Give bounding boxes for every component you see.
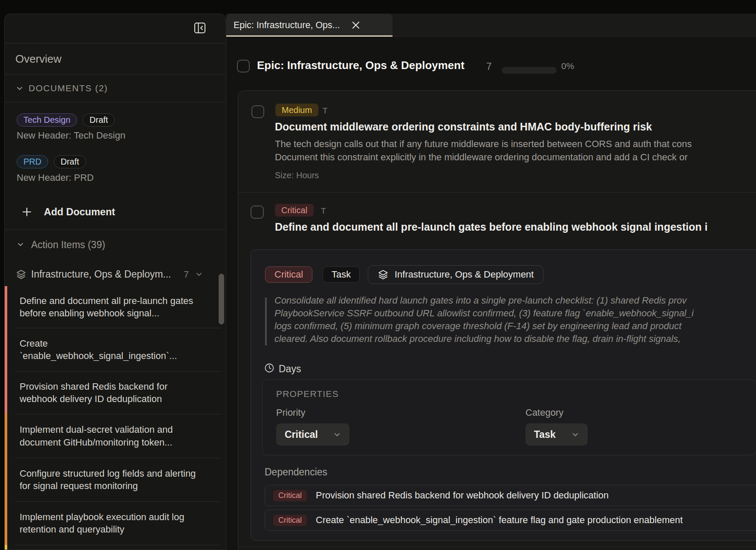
epic-title: Epic: Infrastructure, Ops & Deployment — [257, 59, 487, 72]
dependency-row[interactable]: Critical Create `enable_webhook_signal_i… — [265, 509, 756, 531]
task2-checkbox[interactable] — [251, 206, 264, 219]
chevron-down-icon — [17, 242, 24, 247]
category-dropdown-value: Task — [534, 429, 556, 440]
task2-priority-badge: Critical — [275, 204, 314, 217]
plus-icon — [22, 207, 32, 217]
detail-quote-line2: PlaybookService SSRF outbound URL allowl… — [274, 308, 756, 319]
action-items-group-row[interactable]: Infrastructure, Ops & Deploym... 7 — [5, 264, 226, 286]
document-status-badge: Draft — [83, 113, 115, 127]
priority-dropdown[interactable]: Critical — [276, 423, 349, 446]
divider — [5, 74, 226, 75]
dependency-text: Create `enable_webhook_signal_ingestion`… — [316, 515, 683, 526]
tab-epic[interactable]: Epic: Infrastructure, Ops... — [226, 14, 392, 37]
chevron-down-icon — [16, 86, 23, 91]
dependency-row[interactable]: Critical Provision shared Redis backend … — [265, 485, 756, 506]
add-document-label: Add Document — [44, 206, 115, 218]
sidebar-panel: Overview DOCUMENTS (2) Tech Design Draft… — [4, 14, 226, 550]
epic-checkbox[interactable] — [237, 60, 250, 72]
action-item-text: Implement playbook execution audit log r… — [20, 511, 204, 536]
dependency-priority-badge: Critical — [273, 515, 307, 526]
add-document-button[interactable]: Add Document — [15, 202, 151, 222]
epic-progress-percent: 0% — [561, 61, 574, 71]
task1-title[interactable]: Document middleware ordering constraints… — [275, 121, 756, 133]
priority-color-bar — [5, 414, 7, 458]
document-item[interactable]: PRD Draft — [17, 155, 86, 168]
priority-dropdown-value: Critical — [285, 429, 318, 440]
detail-epic-chip[interactable]: Infrastructure, Ops & Deployment — [368, 265, 543, 284]
action-item[interactable]: Create `enable_webhook_signal_ingestion`… — [5, 328, 226, 371]
action-item[interactable]: Implement dual-secret validation and doc… — [5, 414, 226, 458]
epic-progress-bar — [502, 67, 557, 74]
sidebar-scrollbar[interactable] — [219, 274, 224, 324]
action-item-text: Configure structured log fields and aler… — [20, 467, 204, 492]
chevron-down-icon — [571, 431, 579, 438]
task1-description-line2: Document this constraint explicitly in t… — [275, 152, 756, 163]
category-field-label: Category — [525, 407, 563, 418]
action-items-section-header[interactable]: Action Items (39) — [31, 239, 105, 251]
row-divider — [238, 547, 756, 547]
sidebar-item-overview[interactable]: Overview — [15, 52, 61, 66]
row-divider — [238, 192, 756, 193]
action-item[interactable] — [5, 545, 226, 550]
epic-task-count: 7 — [486, 61, 492, 72]
group-count: 7 — [184, 269, 189, 280]
task1-description-line1: The tech design calls out that if any fu… — [275, 139, 756, 150]
priority-color-bar — [5, 328, 7, 371]
documents-section-header[interactable]: DOCUMENTS (2) — [29, 83, 108, 93]
action-item[interactable]: Define and document all pre-launch gates… — [5, 286, 226, 328]
priority-field-label: Priority — [276, 407, 305, 418]
document-title[interactable]: New Header: PRD — [17, 172, 94, 183]
layers-icon — [16, 269, 26, 280]
divider — [5, 229, 226, 230]
document-title[interactable]: New Header: Tech Design — [17, 130, 125, 141]
task1-type-letter: T — [323, 106, 328, 116]
document-status-badge: Draft — [54, 155, 86, 168]
detail-quote-line3: logs confirmed, (5) minimum graph covera… — [274, 321, 756, 332]
priority-color-bar — [5, 458, 7, 501]
layers-icon — [378, 269, 389, 280]
collapse-sidebar-button[interactable] — [194, 22, 206, 34]
panel-collapse-icon — [194, 22, 206, 34]
detail-quote-line1: Consolidate all identified hard launch g… — [274, 295, 756, 306]
task2-title[interactable]: Define and document all pre-launch gates… — [275, 221, 756, 233]
category-dropdown[interactable]: Task — [525, 423, 588, 446]
close-icon — [352, 21, 360, 29]
action-item-text: Implement dual-secret validation and doc… — [20, 423, 204, 449]
document-type-badge: PRD — [17, 155, 48, 168]
properties-header: PROPERTIES — [276, 389, 339, 399]
chevron-down-icon — [333, 431, 341, 438]
document-type-badge: Tech Design — [17, 113, 77, 127]
divider — [5, 102, 226, 102]
action-item[interactable]: Implement playbook execution audit log r… — [5, 501, 226, 545]
divider — [5, 43, 226, 43]
action-item[interactable]: Provision shared Redis backend for webho… — [5, 371, 226, 414]
action-item-text: Provision shared Redis backend for webho… — [20, 380, 204, 405]
action-item-text: Create `enable_webhook_signal_ingestion`… — [20, 337, 204, 362]
chevron-down-icon — [196, 272, 202, 277]
action-item[interactable]: Configure structured log fields and aler… — [5, 458, 226, 501]
document-item[interactable]: Tech Design Draft — [17, 113, 115, 127]
dependency-priority-badge: Critical — [273, 490, 307, 501]
task2-type-letter: T — [321, 206, 326, 216]
detail-type-badge: Task — [323, 266, 360, 283]
task1-size: Size: Hours — [275, 171, 319, 180]
dependencies-header: Dependencies — [265, 466, 327, 478]
priority-color-bar — [5, 501, 7, 545]
action-item-text: Define and document all pre-launch gates… — [20, 295, 204, 320]
priority-color-bar — [5, 545, 7, 550]
clock-icon — [264, 363, 274, 373]
app-window: Epic: Infrastructure, Ops... Epic: Infra… — [0, 0, 756, 550]
dependency-text: Provision shared Redis backend for webho… — [316, 490, 609, 501]
effort-value: Days — [279, 363, 301, 375]
tab-close-button[interactable] — [350, 20, 361, 31]
task1-priority-badge: Medium — [275, 104, 318, 116]
detail-epic-chip-label: Infrastructure, Ops & Deployment — [395, 269, 534, 280]
detail-priority-badge: Critical — [265, 266, 312, 283]
group-label: Infrastructure, Ops & Deploym... — [31, 269, 179, 280]
task1-checkbox[interactable] — [251, 105, 264, 118]
detail-quote-line4: cleared. Also document rollback procedur… — [274, 333, 756, 344]
priority-color-bar — [5, 286, 7, 328]
tab-title: Epic: Infrastructure, Ops... — [234, 20, 340, 31]
priority-color-bar — [5, 371, 7, 414]
quote-bar — [265, 298, 267, 345]
